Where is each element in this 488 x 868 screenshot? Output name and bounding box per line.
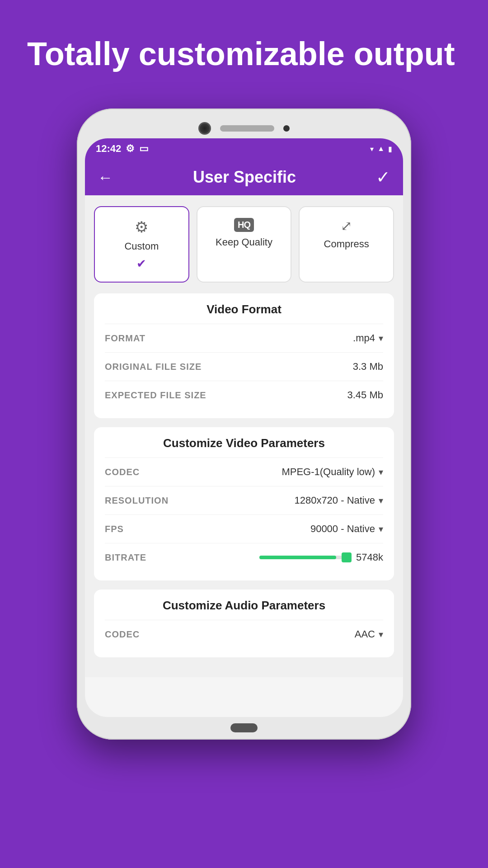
- audio-params-card: Customize Audio Parameters CODEC AAC ▾: [94, 590, 394, 657]
- mode-label-compress: Compress: [324, 238, 369, 250]
- codec-row: CODEC MPEG-1(Quality low) ▾: [105, 458, 383, 486]
- app-bar: ← User Specific ✓: [85, 159, 403, 195]
- mode-button-custom[interactable]: ⚙ Custom ✔: [94, 206, 189, 283]
- format-label: FORMAT: [105, 333, 145, 344]
- phone-top-bar: [85, 117, 403, 138]
- video-params-title: Customize Video Parameters: [105, 436, 383, 458]
- wifi-icon: ▾: [370, 145, 374, 153]
- expected-size-label: EXPECTED FILE SIZE: [105, 390, 206, 401]
- codec-dropdown-arrow: ▾: [379, 467, 383, 477]
- slider-fill: [259, 556, 336, 559]
- audio-codec-label: CODEC: [105, 629, 140, 640]
- format-row: FORMAT .mp4 ▾: [105, 324, 383, 352]
- original-file-size-row: ORIGINAL FILE SIZE 3.3 Mb: [105, 352, 383, 381]
- codec-label: CODEC: [105, 467, 140, 477]
- phone-bottom-bar: [85, 717, 403, 731]
- time-display: 12:42: [96, 143, 121, 155]
- bitrate-row: BITRATE 5748k: [105, 543, 383, 571]
- fps-row: FPS 90000 - Native ▾: [105, 514, 383, 543]
- content-area: ⚙ Custom ✔ HQ Keep Quality ⤢ Compres: [85, 195, 403, 677]
- audio-codec-row: CODEC AAC ▾: [105, 620, 383, 648]
- bitrate-slider[interactable]: [259, 556, 350, 559]
- fps-dropdown-arrow: ▾: [379, 524, 383, 534]
- mode-button-compress[interactable]: ⤢ Compress: [299, 206, 394, 283]
- expected-file-size-row: EXPECTED FILE SIZE 3.45 Mb: [105, 381, 383, 409]
- audio-codec-value[interactable]: AAC ▾: [355, 628, 383, 640]
- slider-thumb[interactable]: [342, 552, 352, 562]
- resolution-row: RESOLUTION 1280x720 - Native ▾: [105, 486, 383, 514]
- original-size-value: 3.3 Mb: [353, 361, 383, 373]
- page-heading: Totally customizable output: [27, 36, 461, 72]
- status-left: 12:42 ⚙ ▭: [96, 143, 149, 155]
- fps-label: FPS: [105, 524, 124, 534]
- phone-mockup: 12:42 ⚙ ▭ ▾ ▲ ▮ ← User Specific ✓: [77, 108, 411, 740]
- audio-params-title: Customize Audio Parameters: [105, 599, 383, 620]
- bitrate-value: 5748k: [356, 552, 383, 563]
- mode-button-keep-quality[interactable]: HQ Keep Quality: [197, 206, 292, 283]
- gear-icon: ⚙: [135, 218, 148, 236]
- mode-label-keep-quality: Keep Quality: [216, 236, 272, 248]
- home-button-bar: [230, 723, 258, 732]
- bitrate-controls: 5748k: [259, 552, 383, 563]
- codec-value[interactable]: MPEG-1(Quality low) ▾: [282, 466, 383, 478]
- bitrate-label: BITRATE: [105, 552, 146, 563]
- sim-icon: ▭: [139, 143, 149, 155]
- original-size-label: ORIGINAL FILE SIZE: [105, 362, 202, 372]
- status-right: ▾ ▲ ▮: [370, 145, 392, 153]
- hq-icon: HQ: [234, 218, 254, 232]
- expected-size-value: 3.45 Mb: [347, 389, 384, 401]
- front-camera: [198, 122, 211, 135]
- phone-screen: 12:42 ⚙ ▭ ▾ ▲ ▮ ← User Specific ✓: [85, 138, 403, 717]
- confirm-button[interactable]: ✓: [376, 167, 390, 187]
- active-check-icon: ✔: [136, 257, 146, 271]
- fps-value[interactable]: 90000 - Native ▾: [310, 523, 383, 535]
- signal-icon: ▲: [377, 145, 385, 153]
- sensor: [283, 125, 290, 132]
- video-format-title: Video Format: [105, 302, 383, 324]
- audio-codec-dropdown-arrow: ▾: [379, 629, 383, 640]
- compress-icon: ⤢: [341, 218, 352, 234]
- app-bar-title: User Specific: [193, 168, 296, 187]
- resolution-value[interactable]: 1280x720 - Native ▾: [294, 495, 383, 506]
- back-button[interactable]: ←: [98, 169, 113, 186]
- video-params-card: Customize Video Parameters CODEC MPEG-1(…: [94, 427, 394, 580]
- resolution-dropdown-arrow: ▾: [379, 495, 383, 506]
- video-format-card: Video Format FORMAT .mp4 ▾ ORIGINAL FILE…: [94, 293, 394, 418]
- status-bar: 12:42 ⚙ ▭ ▾ ▲ ▮: [85, 138, 403, 159]
- mode-label-custom: Custom: [124, 241, 159, 252]
- resolution-label: RESOLUTION: [105, 495, 169, 506]
- settings-status-icon: ⚙: [126, 143, 135, 155]
- speaker-grille: [220, 125, 274, 132]
- format-value[interactable]: .mp4 ▾: [353, 332, 383, 344]
- format-dropdown-arrow: ▾: [379, 333, 383, 344]
- mode-selector: ⚙ Custom ✔ HQ Keep Quality ⤢ Compres: [94, 206, 394, 283]
- battery-icon: ▮: [388, 145, 392, 153]
